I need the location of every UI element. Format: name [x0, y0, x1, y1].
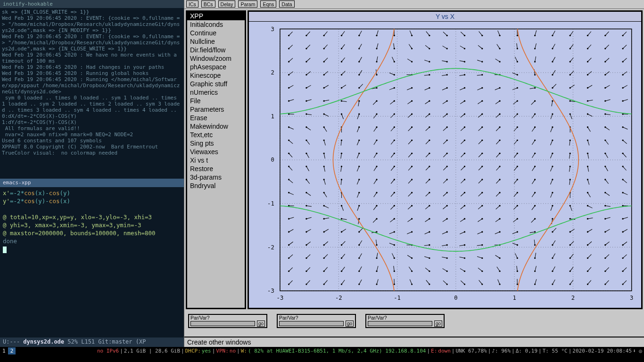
svg-text:0: 0 [454, 294, 457, 301]
slider-go-1[interactable]: go [346, 321, 354, 327]
xpp-tab-bcs[interactable]: BCs [201, 0, 215, 8]
menu-nullcline[interactable]: Nullcline [187, 37, 245, 46]
xpp-tabbar: ICsBCsDelayParamEqnsData [184, 0, 644, 9]
menu-bndryval[interactable]: Bndryval [187, 181, 245, 190]
xpp-window: ICsBCsDelayParamEqnsData XPPInitialconds… [184, 0, 644, 347]
menu-dir-field-flow[interactable]: Dir.field/flow [187, 46, 245, 54]
menu-file[interactable]: File [187, 97, 245, 105]
svg-text:2: 2 [271, 69, 274, 76]
menu-viewaxes[interactable]: Viewaxes [187, 148, 245, 156]
phase-plot[interactable]: -3-2-10123-3-2-10123 [249, 22, 641, 308]
svg-text:-3: -3 [267, 288, 274, 294]
svg-text:-1: -1 [267, 200, 274, 207]
slider-bar: Par/Var?goPar/Var?goPar/Var?go [184, 311, 644, 337]
svg-text:1: 1 [512, 294, 516, 301]
svg-text:-2: -2 [267, 244, 274, 250]
menu-3d-params[interactable]: 3d-params [187, 173, 245, 181]
xpp-menu: XPPInitialcondsContinueNullclineDir.fiel… [186, 10, 246, 309]
svg-text:-3: -3 [277, 294, 284, 301]
workspace-switcher: 1 2 [0, 347, 16, 354]
svg-text:-2: -2 [335, 294, 342, 301]
menu-makewindow[interactable]: Makewindow [187, 122, 245, 131]
slider-go-0[interactable]: go [257, 321, 265, 327]
menu-parameters[interactable]: Parameters [187, 105, 245, 114]
terminal-output: sk => {IN_CLOSE_WRITE => 1}} Wed Feb 19 … [0, 8, 184, 179]
svg-text:-1: -1 [394, 294, 401, 301]
svg-text:3: 3 [630, 294, 633, 301]
terminal-title: inotify-hookable [0, 0, 184, 8]
menu-erase[interactable]: Erase [187, 114, 245, 122]
menu-initialconds[interactable]: Initialconds [187, 20, 245, 29]
emacs-title: emacs-xpp [0, 179, 184, 187]
svg-text:1: 1 [271, 113, 274, 120]
menu-window-zoom[interactable]: Window/zoom [187, 54, 245, 63]
ws-2[interactable]: 2 [8, 347, 16, 354]
status-bar: 1 2 no IPv6 | 2,1 GiB | 28,6 GiB | DHCP:… [0, 347, 644, 355]
menu-kinescope[interactable]: Kinescope [187, 71, 245, 80]
slider-1[interactable]: Par/Var?go [277, 314, 356, 328]
wifi-status: ( 82% at HUAWEI-B315-6B51, 1 Mb/s, 2,4 G… [248, 348, 426, 354]
svg-text:0: 0 [271, 156, 274, 163]
xpp-message: Create other windows [184, 337, 644, 347]
menu-restore[interactable]: Restore [187, 165, 245, 173]
emacs-buffer[interactable]: x'=-2*cos(x)-cos(y) y'=-2*cos(y)-cos(x) … [0, 187, 184, 337]
plot-title: Y vs X [249, 12, 641, 22]
svg-text:2: 2 [571, 294, 575, 301]
svg-text:3: 3 [271, 25, 274, 32]
xpp-tab-delay[interactable]: Delay [218, 0, 236, 8]
emacs-modeline: U:--- dynsys2d.ode 52% L151 Git:master (… [0, 337, 184, 347]
slider-2[interactable]: Par/Var?go [365, 314, 445, 328]
ws-1[interactable]: 1 [0, 347, 8, 354]
xpp-tab-eqns[interactable]: Eqns [260, 0, 276, 8]
slider-go-2[interactable]: go [434, 321, 442, 327]
menu-xi-vs-t[interactable]: Xi vs t [187, 156, 245, 165]
menu-graphic-stuff[interactable]: Graphic stuff [187, 80, 245, 88]
tray-icons[interactable]: ⬇ ◎ [633, 348, 642, 354]
ipv6-status: no IPv6 [97, 348, 119, 354]
menu-continue[interactable]: Continue [187, 29, 245, 37]
xpp-tab-data[interactable]: Data [279, 0, 294, 8]
menu-text-etc[interactable]: Text,etc [187, 131, 245, 139]
slider-0[interactable]: Par/Var?go [188, 314, 267, 328]
xpp-tab-param[interactable]: Param [238, 0, 257, 8]
mem-status: 2,1 GiB | 28,6 GiB [124, 348, 180, 354]
text-cursor [3, 247, 7, 253]
xpp-tab-ics[interactable]: ICs [186, 0, 198, 8]
menu-numerics[interactable]: nUmerics [187, 88, 245, 97]
clock: 2020-02-19 20:08:45 [572, 348, 632, 354]
menu-sing-pts[interactable]: Sing pts [187, 139, 245, 148]
menu-phasespace[interactable]: phAsespace [187, 63, 245, 71]
menu-xpp[interactable]: XPP [187, 12, 245, 20]
